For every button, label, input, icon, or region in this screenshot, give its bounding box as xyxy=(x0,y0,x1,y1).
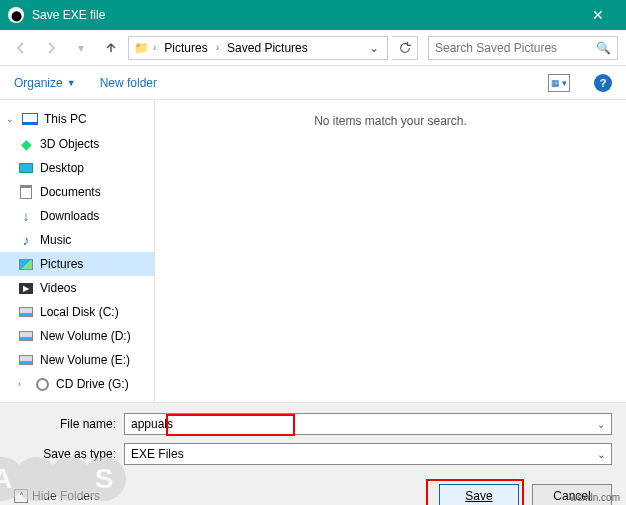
refresh-button[interactable] xyxy=(392,36,418,60)
tree-volume-e[interactable]: New Volume (E:) xyxy=(0,348,154,372)
filetype-field[interactable]: EXE Files ⌄ xyxy=(124,443,612,465)
empty-message: No items match your search. xyxy=(314,114,467,402)
tree-local-disk-c[interactable]: Local Disk (C:) xyxy=(0,300,154,324)
breadcrumb-pictures[interactable]: Pictures xyxy=(160,41,211,55)
tree-label: Documents xyxy=(40,185,101,199)
breadcrumb-saved[interactable]: Saved Pictures xyxy=(223,41,312,55)
organize-menu[interactable]: Organize ▼ xyxy=(14,76,76,90)
view-menu[interactable]: ▦ ▾ xyxy=(548,74,570,92)
search-input[interactable] xyxy=(435,41,596,55)
pc-icon xyxy=(22,113,38,125)
chevron-icon[interactable]: › xyxy=(151,42,158,53)
address-dropdown[interactable]: ⌄ xyxy=(365,41,383,55)
search-icon: 🔍 xyxy=(596,41,611,55)
filename-label: File name: xyxy=(14,417,124,431)
tree-label: Pictures xyxy=(40,257,83,271)
chevron-down-icon: ▼ xyxy=(67,78,76,88)
filetype-value: EXE Files xyxy=(131,447,597,461)
tree-cd-drive-g[interactable]: ›CD Drive (G:) xyxy=(0,372,154,396)
file-pane: No items match your search. xyxy=(155,100,626,402)
folder-icon: 📁 xyxy=(133,40,149,56)
tree-pictures[interactable]: Pictures xyxy=(0,252,154,276)
tree-label: New Volume (E:) xyxy=(40,353,130,367)
watermark-text: wsxdn.com xyxy=(570,492,620,503)
titlebar: ⬤ Save EXE file ✕ xyxy=(0,0,626,30)
tree-label: New Volume (D:) xyxy=(40,329,131,343)
save-panel: File name: ⌄ Save as type: EXE Files ⌄ ˄… xyxy=(0,402,626,505)
tree-label: This PC xyxy=(44,112,87,126)
help-button[interactable]: ? xyxy=(594,74,612,92)
up-button[interactable] xyxy=(98,36,124,60)
pictures-icon xyxy=(19,259,33,270)
tree-downloads[interactable]: ↓Downloads xyxy=(0,204,154,228)
tree-label: Desktop xyxy=(40,161,84,175)
app-icon: ⬤ xyxy=(8,7,24,23)
filename-input[interactable] xyxy=(131,417,597,431)
chevron-icon[interactable]: › xyxy=(214,42,221,53)
videos-icon: ▶ xyxy=(19,283,33,294)
downloads-icon: ↓ xyxy=(18,208,34,224)
tree-3d-objects[interactable]: ◆3D Objects xyxy=(0,132,154,156)
tree-label: Music xyxy=(40,233,71,247)
music-icon: ♪ xyxy=(18,232,34,248)
tree-volume-d[interactable]: New Volume (D:) xyxy=(0,324,154,348)
chevron-up-icon: ˄ xyxy=(14,489,28,503)
tree-documents[interactable]: Documents xyxy=(0,180,154,204)
window-title: Save EXE file xyxy=(32,8,578,22)
nav-tree: ⌄ This PC ◆3D Objects Desktop Documents … xyxy=(0,100,155,402)
annotation-box: Save xyxy=(426,479,524,505)
close-button[interactable]: ✕ xyxy=(578,0,618,30)
tree-label: CD Drive (G:) xyxy=(56,377,129,391)
new-folder-button[interactable]: New folder xyxy=(100,76,157,90)
3d-icon: ◆ xyxy=(18,136,34,152)
address-bar[interactable]: 📁 › Pictures › Saved Pictures ⌄ xyxy=(128,36,388,60)
hide-folders-toggle[interactable]: ˄ Hide Folders xyxy=(14,489,100,503)
nav-row: ▾ 📁 › Pictures › Saved Pictures ⌄ 🔍 xyxy=(0,30,626,66)
tree-label: Videos xyxy=(40,281,76,295)
filetype-label: Save as type: xyxy=(14,447,124,461)
back-button[interactable] xyxy=(8,36,34,60)
toolbar: Organize ▼ New folder ▦ ▾ ? xyxy=(0,66,626,100)
desktop-icon xyxy=(19,163,33,173)
recent-dropdown[interactable]: ▾ xyxy=(68,36,94,60)
save-button[interactable]: Save xyxy=(439,484,519,505)
chevron-down-icon[interactable]: ⌄ xyxy=(597,419,605,430)
tree-label: 3D Objects xyxy=(40,137,99,151)
documents-icon xyxy=(20,185,32,199)
cd-icon xyxy=(36,378,49,391)
tree-music[interactable]: ♪Music xyxy=(0,228,154,252)
search-box[interactable]: 🔍 xyxy=(428,36,618,60)
tree-root-this-pc[interactable]: ⌄ This PC xyxy=(0,106,154,132)
save-label: Save xyxy=(465,489,492,503)
tree-label: Downloads xyxy=(40,209,99,223)
forward-button[interactable] xyxy=(38,36,64,60)
hide-folders-label: Hide Folders xyxy=(32,489,100,503)
tree-label: Local Disk (C:) xyxy=(40,305,119,319)
filename-field[interactable]: ⌄ xyxy=(124,413,612,435)
tree-videos[interactable]: ▶Videos xyxy=(0,276,154,300)
organize-label: Organize xyxy=(14,76,63,90)
disk-icon xyxy=(19,331,33,341)
collapse-icon[interactable]: ⌄ xyxy=(6,114,16,124)
expand-icon[interactable]: › xyxy=(18,379,28,389)
chevron-down-icon[interactable]: ⌄ xyxy=(597,449,605,460)
disk-icon xyxy=(19,307,33,317)
tree-desktop[interactable]: Desktop xyxy=(0,156,154,180)
disk-icon xyxy=(19,355,33,365)
